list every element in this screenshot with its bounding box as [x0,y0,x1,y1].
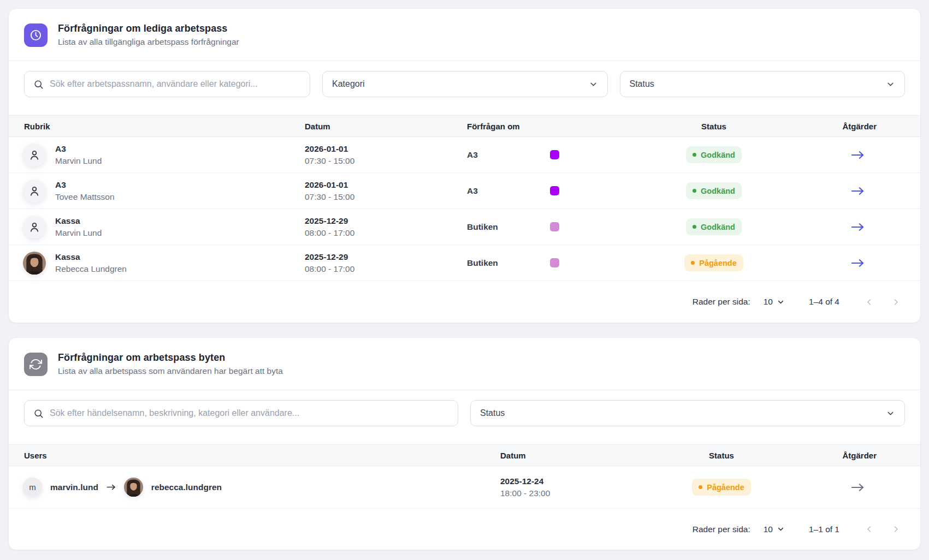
search-icon [33,79,44,90]
user-avatar-photo [23,252,46,275]
rows-per-page-label: Rader per sida: [693,525,750,534]
status-badge: Godkänd [686,218,742,235]
status-dot-icon [693,153,696,157]
shift-date: 2025-12-29 [305,216,467,226]
person-icon [28,185,40,197]
swap-direction-arrow-icon [106,484,116,491]
status-badge: Pågående [684,254,743,271]
category-color-chip [550,222,559,231]
shift-search-input[interactable] [50,79,301,89]
card-subtitle: Lista av alla arbetspass som användaren … [58,366,283,376]
shift-title: Kassa [55,216,102,226]
request-about: Butiken [467,222,498,232]
chevron-down-icon [777,525,785,533]
card-title: Förfrågningar om arbetspass byten [58,352,283,364]
previous-page-button[interactable] [862,522,876,536]
request-about: A3 [467,150,478,160]
column-header-status: Status [626,451,817,460]
swap-date: 2025-12-24 [500,476,626,486]
rows-per-page-select[interactable]: 10 [764,297,785,307]
available-shifts-table: Rubrik Datum Förfrågan om Status Åtgärde… [9,115,920,281]
next-page-button[interactable] [889,522,903,536]
chevron-left-icon [865,525,874,534]
status-filter-label: Status [630,79,654,89]
shift-date: 2026-01-01 [305,144,467,154]
shift-date: 2026-01-01 [305,180,467,190]
open-request-button[interactable] [849,148,867,162]
next-page-button[interactable] [889,295,903,309]
available-shifts-card: Förfrågningar om lediga arbetspass Lista… [8,8,921,323]
column-header-datum: Datum [500,451,626,460]
swap-requests-filters: Status [9,390,920,426]
shift-title: A3 [55,144,102,154]
rows-per-page-select[interactable]: 10 [764,525,785,534]
swap-requests-table: Users Datum Status Åtgärder m marvin.lun… [9,444,920,509]
user-avatar [23,144,46,166]
card-title: Förfrågningar om lediga arbetspass [58,23,239,34]
to-user-name: rebecca.lundgren [151,482,222,492]
from-user-avatar: m [23,478,42,497]
table-header-row: Rubrik Datum Förfrågan om Status Åtgärde… [9,115,920,137]
chevron-down-icon [886,80,895,89]
shift-date: 2025-12-29 [305,252,467,262]
person-icon [28,149,40,161]
column-header-atgarder: Åtgärder [818,122,921,131]
swap-refresh-icon [24,353,48,376]
chevron-down-icon [886,409,895,418]
swap-requests-card: Förfrågningar om arbetspass byten Lista … [8,337,921,550]
status-badge: Godkänd [686,146,742,163]
shift-user: Tovee Mattsson [55,192,115,202]
column-header-datum: Datum [305,122,467,131]
to-user-avatar-photo [124,478,143,497]
portrait-photo [23,252,46,275]
status-badge: Pågående [692,479,751,496]
chevron-down-icon [589,80,598,89]
clock-icon [24,23,48,47]
chevron-down-icon [777,298,785,306]
shift-time: 07:30 - 15:00 [305,156,467,166]
status-filter-select[interactable]: Status [470,400,905,426]
open-request-button[interactable] [849,257,867,270]
swap-search-box[interactable] [24,400,458,426]
swap-requests-header: Förfrågningar om arbetspass byten Lista … [9,338,920,390]
table-row: A3 Marvin Lund 2026-01-01 07:30 - 15:00 … [9,137,920,173]
arrow-right-icon [851,223,865,231]
avatar-initial: m [29,482,36,492]
shift-title: A3 [55,180,115,190]
table-row: Kassa Marvin Lund 2025-12-29 08:00 - 17:… [9,209,920,245]
column-header-forfragan-om: Förfrågan om [467,122,610,131]
swap-time: 18:00 - 23:00 [500,488,626,498]
pagination-range: 1–1 of 1 [809,525,839,534]
previous-page-button[interactable] [862,295,876,309]
open-request-button[interactable] [849,184,867,198]
table-row: A3 Tovee Mattsson 2026-01-01 07:30 - 15:… [9,173,920,209]
card-subtitle: Lista av alla tillgängliga arbetspass fö… [58,37,239,47]
arrow-right-icon [851,259,865,267]
shift-user: Marvin Lund [55,228,102,238]
column-header-users: Users [9,451,500,460]
pagination-bar: Rader per sida: 10 1–1 of 1 [9,509,920,550]
request-about: Butiken [467,258,498,268]
shift-search-box[interactable] [24,71,310,97]
category-color-chip [550,150,559,159]
shift-user: Marvin Lund [55,156,102,166]
status-filter-select[interactable]: Status [620,71,906,97]
category-color-chip [550,186,559,195]
open-swap-request-button[interactable] [849,481,867,494]
status-dot-icon [693,225,696,229]
table-row: m marvin.lund rebecca.lundgren [9,466,920,509]
pagination-bar: Rader per sida: 10 1–4 of 4 [9,281,920,323]
category-filter-label: Kategori [332,79,365,89]
shift-time: 08:00 - 17:00 [305,264,467,274]
shift-time: 07:30 - 15:00 [305,192,467,202]
shift-user: Rebecca Lundgren [55,264,127,274]
from-user-name: marvin.lund [50,482,98,492]
category-filter-select[interactable]: Kategori [322,71,608,97]
swap-search-input[interactable] [50,408,449,418]
search-icon [33,408,44,419]
open-request-button[interactable] [849,221,867,234]
person-icon [28,221,40,233]
available-shifts-filters: Kategori Status [9,61,920,97]
pagination-range: 1–4 of 4 [809,297,839,307]
column-header-status: Status [610,122,818,131]
